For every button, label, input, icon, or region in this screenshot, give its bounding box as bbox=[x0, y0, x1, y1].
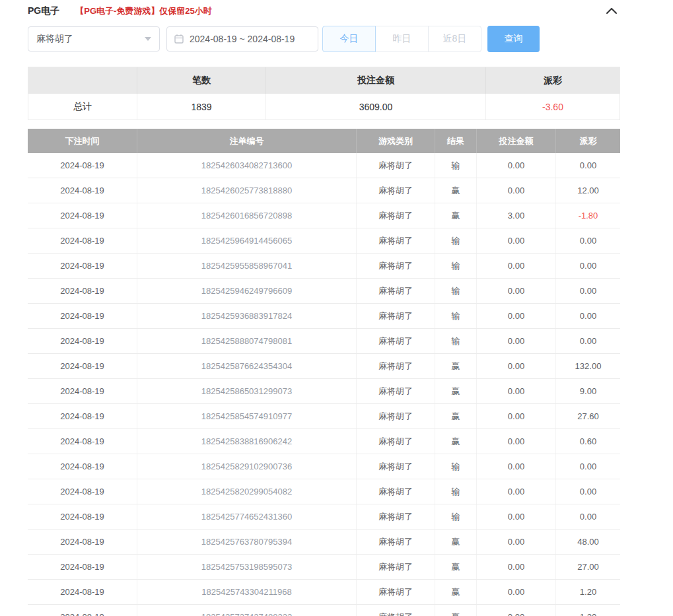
cell-bet-amount: 0.00 bbox=[477, 228, 556, 253]
cell-date: 2024-08-19 bbox=[28, 605, 137, 616]
cell-payout: 0.00 bbox=[556, 279, 620, 303]
bet-table-header: 下注时间 注单编号 游戏类别 结果 投注金额 派彩 bbox=[28, 129, 620, 153]
cell-order-number: 1825425763780795394 bbox=[137, 530, 357, 554]
cell-bet-amount: 0.00 bbox=[477, 254, 556, 278]
cell-payout: 0.60 bbox=[556, 429, 620, 454]
table-row: 2024-08-19 1825426034082713600 麻将胡了 输 0.… bbox=[28, 153, 620, 178]
col-header-result: 结果 bbox=[435, 129, 477, 153]
cell-bet-amount: 3.00 bbox=[477, 203, 556, 228]
cell-payout: 0.00 bbox=[556, 153, 620, 178]
cell-date: 2024-08-19 bbox=[28, 203, 137, 228]
cell-order-number: 1825425865031299073 bbox=[137, 379, 357, 403]
cell-order-number: 1825425964914456065 bbox=[137, 228, 357, 253]
quick-filter-today[interactable]: 今日 bbox=[322, 26, 376, 52]
cell-game-type: 麻将胡了 bbox=[357, 454, 435, 479]
cell-order-number: 1825425753198595073 bbox=[137, 555, 357, 579]
cell-game-type: 麻将胡了 bbox=[357, 228, 435, 253]
cell-game-type: 麻将胡了 bbox=[357, 530, 435, 554]
collapse-button[interactable] bbox=[603, 5, 620, 18]
summary-total-label: 总计 bbox=[28, 94, 137, 120]
cell-bet-amount: 0.00 bbox=[477, 479, 556, 504]
table-row: 2024-08-19 1825425743304211968 麻将胡了 赢 0.… bbox=[28, 580, 620, 605]
cell-bet-amount: 0.00 bbox=[477, 404, 556, 428]
cell-result: 赢 bbox=[435, 354, 477, 378]
cell-bet-amount: 0.00 bbox=[477, 454, 556, 479]
cell-payout: 0.00 bbox=[556, 504, 620, 529]
cell-date: 2024-08-19 bbox=[28, 555, 137, 579]
cell-date: 2024-08-19 bbox=[28, 580, 137, 604]
calendar-icon bbox=[174, 34, 184, 44]
cell-payout: 1.20 bbox=[556, 580, 620, 604]
cell-bet-amount: 0.00 bbox=[477, 580, 556, 604]
table-row: 2024-08-19 1825425774652431360 麻将胡了 输 0.… bbox=[28, 504, 620, 530]
table-row: 2024-08-19 1825425946249796609 麻将胡了 输 0.… bbox=[28, 279, 620, 304]
col-header-order: 注单编号 bbox=[137, 129, 357, 153]
cell-result: 赢 bbox=[435, 429, 477, 454]
quick-filter-last8days[interactable]: 近8日 bbox=[428, 26, 481, 52]
cell-payout: 0.00 bbox=[556, 479, 620, 504]
cell-order-number: 1825425743304211968 bbox=[137, 580, 357, 604]
cell-result: 赢 bbox=[435, 404, 477, 428]
table-row: 2024-08-19 1825425854574910977 麻将胡了 赢 0.… bbox=[28, 404, 620, 429]
cell-payout: -1.80 bbox=[556, 203, 620, 228]
table-row: 2024-08-19 1825426016856720898 麻将胡了 赢 3.… bbox=[28, 203, 620, 228]
cell-result: 输 bbox=[435, 504, 477, 529]
search-button[interactable]: 查询 bbox=[487, 26, 540, 52]
table-row: 2024-08-19 1825426025773818880 麻将胡了 赢 0.… bbox=[28, 178, 620, 203]
quick-filter-yesterday[interactable]: 昨日 bbox=[375, 26, 429, 52]
cell-game-type: 麻将胡了 bbox=[357, 379, 435, 403]
cell-order-number: 1825425820299054082 bbox=[137, 479, 357, 504]
cell-order-number: 1825425854574910977 bbox=[137, 404, 357, 428]
cell-game-type: 麻将胡了 bbox=[357, 304, 435, 328]
cell-result: 输 bbox=[435, 479, 477, 504]
table-row: 2024-08-19 1825425737427488322 麻将胡了 赢 0.… bbox=[28, 605, 620, 616]
game-select[interactable]: 麻将胡了 bbox=[28, 26, 160, 51]
table-row: 2024-08-19 1825425838816906242 麻将胡了 赢 0.… bbox=[28, 429, 620, 454]
notice-text: 【PG电子-免费游戏】仅保留25小时 bbox=[75, 5, 212, 17]
summary-header-bet: 投注金额 bbox=[266, 67, 486, 94]
cell-game-type: 麻将胡了 bbox=[357, 479, 435, 504]
cell-payout: 0.00 bbox=[556, 228, 620, 253]
cell-result: 赢 bbox=[435, 555, 477, 579]
cell-bet-amount: 0.00 bbox=[477, 530, 556, 554]
cell-date: 2024-08-19 bbox=[28, 504, 137, 529]
chevron-up-icon bbox=[606, 7, 618, 15]
cell-game-type: 麻将胡了 bbox=[357, 504, 435, 529]
date-range-picker[interactable]: 2024-08-19 ~ 2024-08-19 bbox=[166, 26, 318, 51]
quick-filter-group: 今日 昨日 近8日 bbox=[322, 26, 481, 52]
cell-order-number: 1825425737427488322 bbox=[137, 605, 357, 616]
cell-date: 2024-08-19 bbox=[28, 329, 137, 353]
chevron-down-icon bbox=[145, 37, 151, 41]
report-panel: PG电子 【PG电子-免费游戏】仅保留25小时 麻将胡了 2024-08-19 … bbox=[28, 0, 620, 616]
cell-order-number: 1825425888074798081 bbox=[137, 329, 357, 353]
cell-game-type: 麻将胡了 bbox=[357, 153, 435, 178]
cell-game-type: 麻将胡了 bbox=[357, 329, 435, 353]
summary-count-value: 1839 bbox=[137, 94, 266, 120]
cell-payout: 9.00 bbox=[556, 379, 620, 403]
cell-order-number: 1825425955858967041 bbox=[137, 254, 357, 278]
table-row: 2024-08-19 1825425753198595073 麻将胡了 赢 0.… bbox=[28, 555, 620, 580]
table-row: 2024-08-19 1825425829102900736 麻将胡了 输 0.… bbox=[28, 454, 620, 479]
bet-table: 下注时间 注单编号 游戏类别 结果 投注金额 派彩 2024-08-19 182… bbox=[28, 129, 620, 616]
cell-bet-amount: 0.00 bbox=[477, 354, 556, 378]
cell-result: 输 bbox=[435, 228, 477, 253]
cell-payout: 0.00 bbox=[556, 329, 620, 353]
cell-game-type: 麻将胡了 bbox=[357, 404, 435, 428]
cell-bet-amount: 0.00 bbox=[477, 605, 556, 616]
filter-bar: 麻将胡了 2024-08-19 ~ 2024-08-19 今日 昨日 近8日 查… bbox=[28, 26, 620, 52]
cell-payout: 0.00 bbox=[556, 454, 620, 479]
cell-payout: 132.00 bbox=[556, 354, 620, 378]
cell-payout: 0.00 bbox=[556, 254, 620, 278]
cell-bet-amount: 0.00 bbox=[477, 429, 556, 454]
cell-order-number: 1825426025773818880 bbox=[137, 178, 357, 203]
cell-date: 2024-08-19 bbox=[28, 354, 137, 378]
cell-order-number: 1825425838816906242 bbox=[137, 429, 357, 454]
bet-table-body: 2024-08-19 1825426034082713600 麻将胡了 输 0.… bbox=[28, 153, 620, 616]
cell-date: 2024-08-19 bbox=[28, 429, 137, 454]
summary-header-count: 笔数 bbox=[137, 67, 266, 94]
cell-result: 输 bbox=[435, 153, 477, 178]
cell-game-type: 麻将胡了 bbox=[357, 254, 435, 278]
table-row: 2024-08-19 1825425955858967041 麻将胡了 输 0.… bbox=[28, 254, 620, 279]
cell-bet-amount: 0.00 bbox=[477, 304, 556, 328]
cell-game-type: 麻将胡了 bbox=[357, 605, 435, 616]
